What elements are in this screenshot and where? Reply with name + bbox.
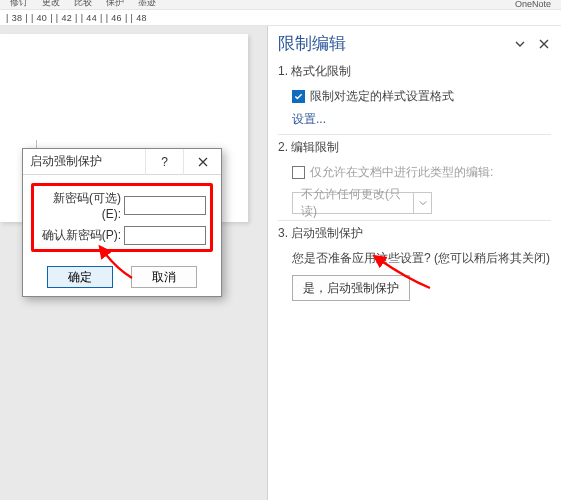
section-1-title: 1. 格式化限制 — [278, 63, 551, 80]
password-dialog: 启动强制保护 ? 新密码(可选)(E): 确认新密码(P): 确定 取消 — [22, 148, 222, 297]
format-restriction-label: 限制对选定的样式设置格式 — [310, 88, 454, 105]
section-2-title: 2. 编辑限制 — [278, 134, 551, 156]
horizontal-ruler: | 38 | | 40 | | 42 | | 44 | | 46 | | 48 — [0, 10, 561, 26]
format-settings-link[interactable]: 设置... — [292, 111, 551, 128]
section-3-title: 3. 启动强制保护 — [278, 220, 551, 242]
dropdown-value: 不允许任何更改(只读) — [293, 186, 413, 220]
panel-menu-chevron-icon[interactable] — [513, 37, 527, 51]
confirm-password-input[interactable] — [124, 226, 206, 245]
editing-type-dropdown[interactable]: 不允许任何更改(只读) — [292, 192, 432, 214]
format-restriction-checkbox[interactable] — [292, 90, 305, 103]
new-password-input[interactable] — [124, 196, 206, 215]
restrict-editing-panel: 限制编辑 1. 格式化限制 限制对选定的样式设置格式 设置... — [268, 26, 561, 500]
panel-title: 限制编辑 — [278, 32, 346, 55]
editing-restriction-label: 仅允许在文档中进行此类型的编辑: — [310, 164, 493, 181]
cancel-button[interactable]: 取消 — [131, 266, 197, 288]
dialog-close-button[interactable] — [183, 149, 221, 175]
start-enforcement-button[interactable]: 是，启动强制保护 — [292, 275, 410, 301]
dialog-title: 启动强制保护 — [23, 153, 145, 170]
ok-button[interactable]: 确定 — [47, 266, 113, 288]
chevron-down-icon — [413, 193, 431, 213]
new-password-label: 新密码(可选)(E): — [38, 190, 124, 221]
confirm-password-label: 确认新密码(P): — [38, 227, 124, 244]
panel-close-icon[interactable] — [537, 37, 551, 51]
dialog-titlebar[interactable]: 启动强制保护 ? — [23, 149, 221, 175]
section-3-description: 您是否准备应用这些设置? (您可以稍后将其关闭) — [292, 250, 551, 267]
ribbon-tabs: 修订 更改 比较 保护 墨迹 OneNote — [0, 0, 561, 10]
editing-restriction-checkbox[interactable] — [292, 166, 305, 179]
dialog-help-button[interactable]: ? — [145, 149, 183, 175]
annotation-highlight-box: 新密码(可选)(E): 确认新密码(P): — [31, 183, 213, 252]
